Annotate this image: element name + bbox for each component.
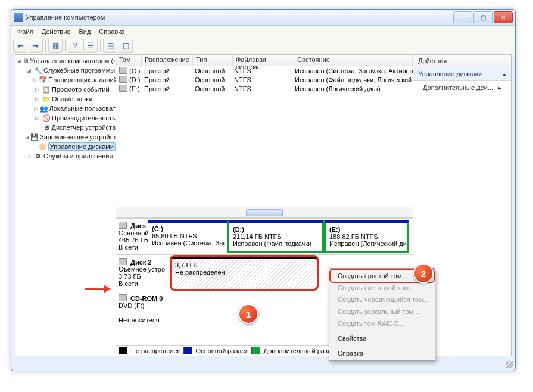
tree-node-icon: 📀 bbox=[39, 142, 47, 151]
window-title: Управление компьютером bbox=[26, 14, 105, 21]
expander-icon[interactable]: ▷ bbox=[33, 96, 40, 102]
expander-icon[interactable]: ▷ bbox=[33, 77, 38, 83]
expander-icon[interactable]: ◢ bbox=[25, 67, 32, 73]
tree-item[interactable]: ◢🖥Управление компьютером (л bbox=[15, 56, 116, 66]
cell-fs: NTFS bbox=[231, 76, 292, 83]
volume-row[interactable]: (D:)ПростойОсновнойNTFSИсправен (Файл по… bbox=[116, 75, 413, 84]
legend-unalloc-label: Не распределен bbox=[131, 347, 181, 354]
disk-info[interactable]: Диск 2Съемное устро3,73 ГБВ сети bbox=[116, 255, 171, 291]
menu-help[interactable]: Справка bbox=[99, 28, 124, 35]
app-window: Управление компьютером — ▢ ✕ Файл Действ… bbox=[11, 9, 516, 371]
tree-item[interactable]: ◢💾Запоминающие устройст bbox=[15, 132, 116, 142]
collapse-icon: ▴ bbox=[503, 70, 506, 78]
tree-item[interactable]: ▷📁Общие папки bbox=[15, 94, 116, 104]
cell-layout: Простой bbox=[141, 67, 192, 74]
context-menu-item: Создать чередующийся том... bbox=[331, 294, 434, 306]
context-menu-separator bbox=[332, 331, 432, 331]
expander-icon[interactable]: ◢ bbox=[17, 58, 21, 64]
volume-row[interactable]: (E:)ПростойОсновнойNTFSИсправен (Логичес… bbox=[116, 84, 413, 93]
context-menu-item: Создать составной том... bbox=[331, 282, 434, 294]
context-menu-properties[interactable]: Свойства bbox=[331, 332, 434, 344]
menu-file[interactable]: Файл bbox=[17, 28, 33, 35]
tree-node-label: Планировщик заданий bbox=[48, 76, 116, 83]
tree-node-icon: ⚙ bbox=[33, 152, 42, 160]
partition-unallocated[interactable]: 3,73 ГБНе распределен bbox=[171, 256, 317, 290]
separator-icon bbox=[65, 40, 66, 52]
tree-item[interactable]: ▷👥Локальные пользоват bbox=[15, 104, 116, 113]
tree-item[interactable]: 📀Управление дисками bbox=[15, 142, 116, 151]
disk-bar: (C:)65,80 ГБ NTFSИсправен (Система, Заг(… bbox=[148, 219, 413, 254]
resize-grip[interactable] bbox=[506, 361, 513, 368]
col-type[interactable]: Тип bbox=[193, 55, 233, 66]
disk-icon bbox=[119, 258, 127, 265]
col-fs[interactable]: Файловая система bbox=[233, 55, 294, 66]
minimize-button[interactable]: — bbox=[453, 11, 472, 23]
cell-fs: NTFS bbox=[231, 85, 292, 92]
scrollbar-thumb[interactable] bbox=[246, 209, 283, 216]
disk-info[interactable]: CD-ROM 0DVD (F:)Нет носителя bbox=[116, 291, 171, 327]
cell-type: Основной bbox=[192, 85, 231, 92]
titlebar: Управление компьютером — ▢ ✕ bbox=[11, 10, 515, 26]
partition[interactable]: (C:)65,80 ГБ NTFSИсправен (Система, Заг bbox=[148, 220, 227, 253]
cell-type: Основной bbox=[192, 76, 231, 83]
col-vol[interactable]: Том bbox=[116, 55, 142, 66]
cell-type: Основной bbox=[192, 67, 231, 74]
volume-row[interactable]: (C:)ПростойОсновнойNTFSИсправен (Система… bbox=[116, 66, 413, 75]
app-icon bbox=[14, 13, 23, 22]
drive-icon bbox=[119, 67, 127, 74]
annotation-badge-2: 2 bbox=[413, 263, 434, 284]
menu-action[interactable]: Действие bbox=[42, 28, 70, 35]
volumes-list: (C:)ПростойОсновнойNTFSИсправен (Система… bbox=[116, 66, 413, 207]
menu-bar: Файл Действие Вид Справка bbox=[11, 26, 515, 38]
partition[interactable]: (E:)188,82 ГБ NTFSИсправен (Логический д… bbox=[324, 220, 409, 253]
tree-node-icon: 📋 bbox=[42, 85, 51, 94]
context-menu-help[interactable]: Справка bbox=[331, 347, 434, 359]
tree-node-icon: 🔧 bbox=[33, 66, 42, 74]
cell-layout: Простой bbox=[141, 85, 192, 92]
nav-tree: ◢🖥Управление компьютером (л◢🔧Служебные п… bbox=[15, 55, 116, 356]
context-menu-item: Создать том RAID-5... bbox=[331, 318, 434, 329]
toolbar: ⬅ ➡ ▦ ? ☰ ▤ ◫ bbox=[11, 38, 515, 54]
nav-forward-button[interactable]: ➡ bbox=[29, 39, 43, 53]
toolbar-refresh-button[interactable]: ☰ bbox=[83, 39, 98, 53]
tree-item[interactable]: ▷⚙Службы и приложения bbox=[15, 151, 116, 161]
toolbar-view1-button[interactable]: ▤ bbox=[103, 39, 117, 53]
tree-node-label: Службы и приложения bbox=[43, 153, 113, 160]
cell-vol: (E:) bbox=[116, 85, 141, 92]
actions-more[interactable]: Дополнительные дей... ▸ bbox=[413, 81, 511, 94]
actions-section[interactable]: Управление дисками ▴ bbox=[413, 67, 511, 81]
close-button[interactable]: ✕ bbox=[494, 11, 513, 23]
col-status[interactable]: Состояние bbox=[294, 55, 413, 66]
tree-item[interactable]: ◢🔧Служебные программы bbox=[15, 66, 116, 75]
col-layout[interactable]: Расположение bbox=[142, 55, 193, 66]
tree-node-icon: 🖥 bbox=[22, 57, 29, 65]
expander-icon[interactable]: ◢ bbox=[25, 134, 29, 140]
cell-vol: (D:) bbox=[116, 76, 141, 83]
maximize-button[interactable]: ▢ bbox=[473, 11, 493, 23]
toolbar-tiles-button[interactable]: ▦ bbox=[48, 39, 63, 53]
partition[interactable]: (D:)211,14 ГБ NTFSИсправен (Файл подкачк… bbox=[227, 220, 324, 253]
h-scrollbar[interactable] bbox=[116, 207, 413, 217]
tree-node-label: Общие папки bbox=[52, 95, 92, 102]
tree-item[interactable]: ▷📋Просмотр событий bbox=[15, 85, 116, 94]
toolbar-help-button[interactable]: ? bbox=[68, 39, 82, 53]
volumes-table: Том Расположение Тип Файловая система Со… bbox=[116, 55, 413, 218]
expander-icon[interactable]: ▷ bbox=[33, 86, 40, 92]
legend-primary-swatch bbox=[183, 347, 192, 354]
context-menu-item: Создать зеркальный том... bbox=[331, 306, 434, 318]
menu-view[interactable]: Вид bbox=[79, 28, 91, 35]
disk-info[interactable]: Диск 0Основной465,76 ГБВ сети bbox=[116, 219, 148, 254]
expander-icon[interactable]: ▷ bbox=[33, 115, 40, 121]
toolbar-view2-button[interactable]: ◫ bbox=[119, 39, 133, 53]
tree-item[interactable]: ▷📅Планировщик заданий bbox=[15, 75, 116, 85]
expander-icon[interactable]: ▷ bbox=[33, 105, 39, 111]
drive-icon bbox=[119, 76, 127, 83]
nav-back-button[interactable]: ⬅ bbox=[13, 39, 27, 53]
tree-item[interactable]: ▷🚫Производительность bbox=[15, 113, 116, 123]
cell-status: Исправен (Система, Загрузка, Активен, Ав… bbox=[292, 67, 413, 74]
tree-item[interactable]: 🖥Диспетчер устройств bbox=[15, 123, 116, 132]
tree-node-icon: 📅 bbox=[39, 76, 47, 84]
disk-icon bbox=[119, 294, 127, 301]
annotation-arrow bbox=[85, 285, 115, 293]
expander-icon[interactable]: ▷ bbox=[25, 153, 32, 159]
